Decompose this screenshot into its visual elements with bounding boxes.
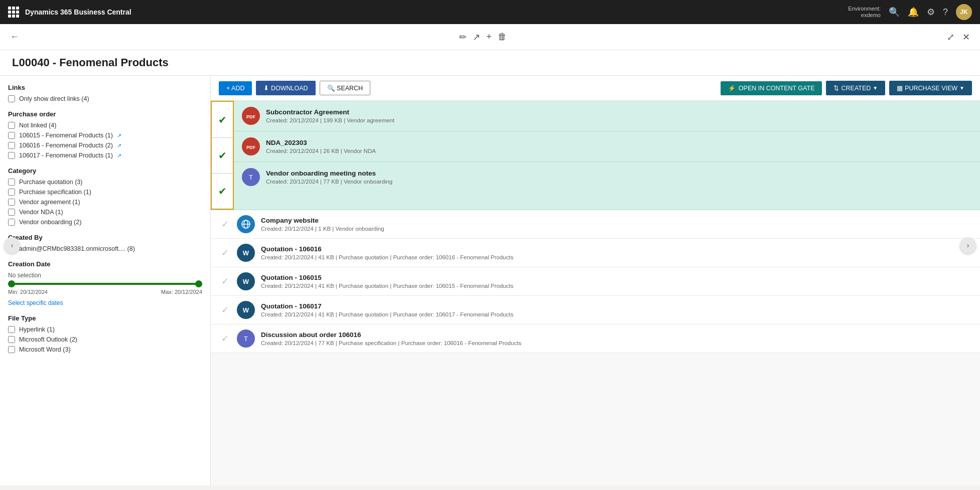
doc-meta-2: Created: 20/12/2024 | 26 KB | Vendor NDA [266, 148, 972, 154]
po-not-linked[interactable]: Not linked (4) [8, 122, 202, 129]
cat-vendor-nda[interactable]: Vendor NDA (1) [8, 209, 202, 216]
check-row-1[interactable]: ✔ [212, 102, 233, 137]
search-button[interactable]: 🔍 SEARCH [320, 81, 371, 95]
creation-date-section: Creation Date No selection Min: 20/12/20… [8, 260, 202, 306]
cat-purchase-quotation[interactable]: Purchase quotation (3) [8, 179, 202, 186]
search-nav-icon[interactable]: 🔍 [889, 7, 900, 18]
add-button[interactable]: + [486, 32, 492, 43]
doc-info-4: Company website Created: 20/12/2024 | 1 … [261, 217, 972, 232]
po-106015[interactable]: 106015 - Fenomenal Products (1) ↗ [8, 132, 202, 139]
purchase-order-section: Purchase order Not linked (4) 106015 - F… [8, 110, 202, 159]
po-106015-checkbox[interactable] [8, 132, 15, 139]
doc-meta-8: Created: 20/12/2024 | 77 KB | Purchase s… [261, 340, 972, 346]
po-106017-checkbox[interactable] [8, 152, 15, 159]
doc-item-selected-1[interactable]: PDF Subcontractor Agreement Created: 20/… [234, 101, 980, 131]
doc-item-4[interactable]: ✓ Company website Created: 20/12/2024 | … [211, 210, 980, 239]
word-icon-2: W [237, 272, 255, 290]
ft-hyperlink[interactable]: Hyperlink (1) [8, 326, 202, 333]
svg-text:T: T [249, 174, 253, 181]
slider-thumb-right[interactable] [195, 280, 202, 287]
open-content-gate-button[interactable]: ⚡ OPEN IN CONTENT GATE [721, 81, 822, 95]
select-specific-dates-link[interactable]: Select specific dates [8, 299, 63, 306]
doc-info-8: Discussion about order 106016 Created: 2… [261, 331, 972, 346]
selected-group: ✔ ✔ ✔ PDF [211, 101, 980, 210]
content-area: + ADD ⬇ DOWNLOAD 🔍 SEARCH ⚡ OPEN IN CONT… [211, 76, 980, 485]
expand-icon[interactable]: ⤢ [947, 32, 954, 43]
doc-item-5[interactable]: ✓ W Quotation - 106016 Created: 20/12/20… [211, 239, 980, 267]
created-by-admin[interactable]: admin@CRMbc983381.onmicrosoft.... (8) [8, 245, 202, 252]
page-title: L00040 - Fenomenal Products [12, 56, 968, 75]
ft-outlook-checkbox[interactable] [8, 336, 15, 343]
ft-outlook[interactable]: Microsoft Outlook (2) [8, 336, 202, 343]
add-button-content[interactable]: + ADD [219, 81, 252, 95]
help-icon[interactable]: ? [943, 7, 948, 18]
doc-name-6: Quotation - 106015 [261, 274, 972, 281]
waffle-menu[interactable] [8, 7, 19, 18]
po-not-linked-checkbox[interactable] [8, 122, 15, 129]
app-brand: Dynamics 365 Business Central [25, 8, 842, 16]
delete-button[interactable]: 🗑 [498, 32, 507, 43]
nav-arrow-left[interactable]: ‹ [4, 237, 20, 253]
only-direct-links-filter[interactable]: Only show direct links (4) [8, 95, 202, 102]
ft-word-checkbox[interactable] [8, 346, 15, 353]
po-106016-checkbox[interactable] [8, 142, 15, 149]
purchase-view-button[interactable]: ▦ PURCHASE VIEW ▼ [889, 81, 972, 95]
top-navigation: Dynamics 365 Business Central Environmen… [0, 0, 980, 24]
edit-button[interactable]: ✏ [459, 32, 467, 43]
back-button[interactable]: ← [10, 32, 19, 42]
download-button[interactable]: ⬇ DOWNLOAD [256, 81, 315, 95]
environment-info: Environment: exdemo [848, 6, 881, 19]
nav-arrow-right[interactable]: › [960, 237, 976, 253]
collapse-icon[interactable]: ✕ [962, 32, 970, 43]
external-link-icon-106017[interactable]: ↗ [117, 152, 121, 159]
only-direct-links-checkbox[interactable] [8, 95, 15, 102]
checkmark-2: ✔ [218, 149, 227, 161]
file-type-title: File Type [8, 314, 202, 322]
cat-purchase-quotation-checkbox[interactable] [8, 179, 15, 186]
check-row-2[interactable]: ✔ [212, 137, 233, 173]
uncheck-4: ✓ [219, 218, 231, 230]
sort-button[interactable]: ⇅ CREATED ▼ [826, 81, 885, 95]
uncheck-5: ✓ [219, 247, 231, 259]
doc-name-4: Company website [261, 217, 972, 224]
purchase-view-label: PURCHASE VIEW [905, 85, 957, 92]
cat-vendor-onboarding-checkbox[interactable] [8, 219, 15, 226]
po-106017[interactable]: 106017 - Fenomenal Products (1) ↗ [8, 152, 202, 159]
document-list: ✔ ✔ ✔ PDF [211, 101, 980, 485]
teams-icon-1: T [242, 168, 260, 186]
external-link-icon-106015[interactable]: ↗ [117, 132, 121, 139]
pdf-icon-2: PDF [242, 137, 260, 155]
doc-item-6[interactable]: ✓ W Quotation - 106015 Created: 20/12/20… [211, 267, 980, 296]
doc-info-7: Quotation - 106017 Created: 20/12/2024 |… [261, 302, 972, 317]
purchase-view-icon: ▦ [897, 84, 903, 92]
user-avatar[interactable]: JK [956, 4, 972, 20]
share-button[interactable]: ↗ [473, 32, 480, 43]
doc-item-selected-2[interactable]: PDF NDA_202303 Created: 20/12/2024 | 26 … [234, 131, 980, 162]
web-icon-1 [237, 215, 255, 233]
slider-thumb-left[interactable] [8, 280, 15, 287]
created-by-title: Created By [8, 234, 202, 241]
cat-purchase-spec[interactable]: Purchase specification (1) [8, 189, 202, 196]
date-slider[interactable]: No selection Min: 20/12/2024 Max: 20/12/… [8, 272, 202, 295]
doc-item-selected-3[interactable]: T Vendor onboarding meeting notes Create… [234, 162, 980, 192]
ft-word[interactable]: Microsoft Word (3) [8, 346, 202, 353]
notifications-icon[interactable]: 🔔 [908, 7, 919, 18]
doc-item-7[interactable]: ✓ W Quotation - 106017 Created: 20/12/20… [211, 296, 980, 324]
cat-vendor-onboarding[interactable]: Vendor onboarding (2) [8, 219, 202, 226]
po-106016[interactable]: 106016 - Fenomenal Products (2) ↗ [8, 142, 202, 149]
doc-info-2: NDA_202303 Created: 20/12/2024 | 26 KB |… [266, 139, 972, 154]
svg-text:PDF: PDF [246, 114, 255, 119]
purchase-order-title: Purchase order [8, 110, 202, 118]
settings-icon[interactable]: ⚙ [927, 7, 935, 18]
check-row-3[interactable]: ✔ [212, 173, 233, 209]
external-link-icon-106016[interactable]: ↗ [117, 142, 121, 149]
doc-item-8[interactable]: ✓ T Discussion about order 106016 Create… [211, 324, 980, 353]
cat-vendor-agreement[interactable]: Vendor agreement (1) [8, 199, 202, 206]
open-content-gate-label: OPEN IN CONTENT GATE [739, 85, 815, 92]
cat-purchase-spec-checkbox[interactable] [8, 189, 15, 196]
selection-column: ✔ ✔ ✔ [211, 101, 234, 210]
doc-info-6: Quotation - 106015 Created: 20/12/2024 |… [261, 274, 972, 289]
cat-vendor-nda-checkbox[interactable] [8, 209, 15, 216]
ft-hyperlink-checkbox[interactable] [8, 326, 15, 333]
cat-vendor-agreement-checkbox[interactable] [8, 199, 15, 206]
